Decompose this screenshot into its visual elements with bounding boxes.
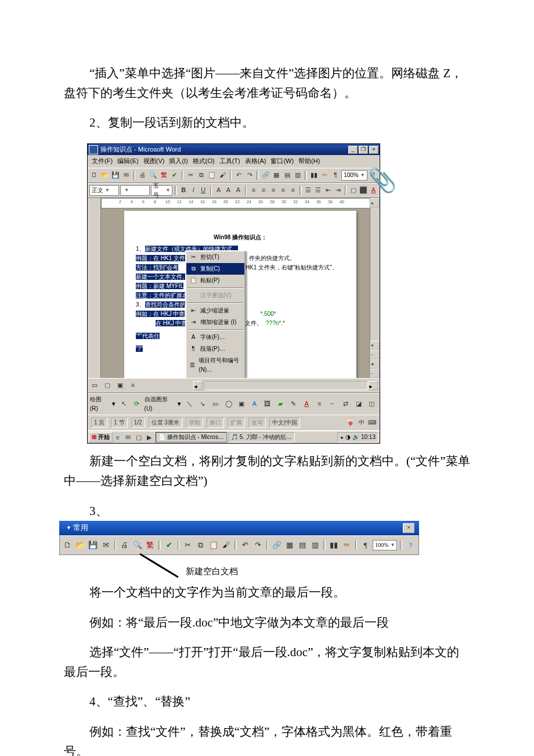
char-border-icon[interactable]: A: [224, 185, 233, 196]
system-tray[interactable]: ⬥ ◑ 🔊 10:13: [337, 432, 378, 442]
ctx-paste[interactable]: 📋粘贴(P): [186, 275, 244, 286]
context-menu[interactable]: ✂剪切(T) ⧉复制(C) 📋粘贴(P) 汉字重选(V) ⇤减少缩进量 ⇥增加缩…: [185, 250, 246, 378]
toolbar-title[interactable]: ▼ 常用 ×: [59, 521, 419, 535]
print-icon[interactable]: 🖨: [119, 538, 130, 552]
rect-icon[interactable]: ▭: [210, 398, 221, 410]
browse-object-icon[interactable]: ●: [370, 359, 380, 369]
shadow-icon[interactable]: ◪: [353, 398, 364, 410]
copy-icon[interactable]: ⧉: [197, 170, 206, 181]
mail-icon[interactable]: ✉: [100, 538, 111, 552]
bullets-icon[interactable]: ☰: [314, 185, 323, 196]
undo-icon[interactable]: ↶: [234, 170, 243, 181]
help-icon[interactable]: ?: [405, 538, 416, 552]
link-icon[interactable]: 🔗: [261, 170, 270, 181]
textbox-icon[interactable]: ▣: [236, 398, 247, 410]
font-size-select[interactable]: 五号▼: [151, 185, 172, 196]
style-select[interactable]: 正文▼: [89, 185, 119, 196]
redo-icon[interactable]: ↷: [252, 538, 264, 552]
ime-icon[interactable]: 🀄: [345, 416, 355, 429]
select-arrow-icon[interactable]: ↖: [118, 398, 129, 410]
font-color2-icon[interactable]: A: [301, 398, 312, 410]
mail-icon[interactable]: ✉: [121, 170, 131, 181]
arrow-style-icon[interactable]: ⇄: [340, 398, 351, 410]
normal-view-icon[interactable]: ▭: [89, 380, 100, 391]
quick-ie-icon[interactable]: e: [113, 432, 123, 442]
scroll-right-icon[interactable]: ▸: [369, 381, 378, 390]
print-view-icon[interactable]: ▣: [114, 380, 126, 391]
3d-icon[interactable]: ◫: [366, 398, 377, 410]
ctx-dec-indent[interactable]: ⇤减少缩进量: [186, 305, 244, 316]
menu-view[interactable]: 视图(V): [142, 156, 167, 167]
line-icon[interactable]: ＼: [184, 398, 195, 410]
align-left-icon[interactable]: ≡: [249, 185, 258, 196]
font-select[interactable]: ▼: [120, 185, 150, 196]
ctx-list[interactable]: ☰项目符号和编号(N)…: [186, 355, 244, 376]
save-icon[interactable]: 💾: [88, 538, 99, 552]
paste-icon[interactable]: 📋: [207, 170, 217, 181]
format-painter-icon[interactable]: 🖌: [218, 170, 227, 181]
menu-insert[interactable]: 插入(I): [167, 156, 189, 167]
wordart-icon[interactable]: A: [249, 398, 260, 410]
highlight-icon[interactable]: ⬛: [359, 185, 368, 196]
tray-icon[interactable]: ⬥: [340, 433, 344, 442]
draw-menu[interactable]: 绘图(R): [90, 395, 109, 413]
ime-kb-icon[interactable]: ⌨: [368, 418, 376, 427]
increase-indent-icon[interactable]: ⇥: [334, 185, 342, 196]
map-icon[interactable]: ¶: [360, 538, 371, 552]
table-grid-icon[interactable]: ▦: [272, 170, 281, 181]
insert-table-icon[interactable]: ▤: [297, 538, 308, 552]
quick-oe-icon[interactable]: ✉: [123, 432, 134, 442]
redo-icon[interactable]: ↷: [245, 170, 254, 181]
cut-icon[interactable]: ✂: [186, 170, 195, 181]
page-up-icon[interactable]: ◦: [370, 350, 380, 359]
scroll-down-icon[interactable]: ▾: [370, 341, 380, 350]
maximize-button[interactable]: ❐: [359, 146, 368, 154]
numbering-icon[interactable]: ☰: [304, 185, 313, 196]
zoom-select[interactable]: 100%▼: [341, 170, 367, 181]
format-painter-icon[interactable]: 🖌: [221, 538, 232, 552]
rotate-icon[interactable]: ⟳: [131, 398, 142, 410]
quick-desktop-icon[interactable]: ▢: [134, 432, 144, 442]
oval-icon[interactable]: ◯: [223, 398, 234, 410]
undo-icon[interactable]: ↶: [240, 538, 251, 552]
ctx-cut[interactable]: ✂剪切(T): [186, 251, 244, 263]
quick-player-icon[interactable]: ▶: [144, 432, 154, 442]
preview-icon[interactable]: 🔍: [132, 538, 143, 552]
ctx-copy[interactable]: ⧉复制(C): [186, 263, 244, 275]
preview-icon[interactable]: 🔍: [149, 170, 158, 181]
menu-window[interactable]: 窗口(W): [269, 156, 295, 167]
menu-tools[interactable]: 工具(T): [218, 156, 242, 167]
spell-icon[interactable]: ✔: [164, 538, 175, 552]
scroll-left-icon[interactable]: ◂: [193, 381, 203, 390]
toolbar-close-button[interactable]: ×: [403, 523, 414, 533]
ctx-symbols[interactable]: 符号(S)…: [186, 376, 244, 378]
paste-icon[interactable]: 📋: [208, 538, 219, 552]
border-icon[interactable]: ▢: [349, 185, 358, 196]
menu-file[interactable]: 文件(F): [90, 156, 114, 167]
open-icon[interactable]: 📂: [75, 538, 86, 552]
spell-icon[interactable]: ✔: [169, 170, 179, 181]
start-button[interactable]: ⊞ 开始: [89, 432, 113, 442]
t2s-icon[interactable]: 繁: [145, 538, 156, 552]
align-right-icon[interactable]: ≡: [269, 185, 277, 196]
decrease-indent-icon[interactable]: ⇤: [324, 185, 333, 196]
excel-icon[interactable]: ▥: [309, 538, 320, 552]
ctx-font[interactable]: A字体(F)…: [186, 332, 244, 343]
close-button[interactable]: ×: [369, 146, 378, 154]
table-grid-icon[interactable]: ▦: [284, 538, 295, 552]
scroll-up-icon[interactable]: ▴: [370, 198, 380, 207]
volume-icon[interactable]: 🔊: [352, 433, 359, 442]
excel-icon[interactable]: ▥: [293, 170, 302, 181]
line-color-icon[interactable]: ✎: [288, 398, 299, 410]
char-scale-icon[interactable]: A: [214, 185, 223, 196]
link-icon[interactable]: 🔗: [271, 538, 282, 552]
arrow-icon[interactable]: ↘: [197, 398, 208, 410]
copy-icon[interactable]: ⧉: [195, 538, 206, 552]
columns-icon[interactable]: ▮▮: [309, 170, 319, 181]
bold-icon[interactable]: B: [179, 185, 188, 196]
drawing-icon[interactable]: ✏: [320, 170, 329, 181]
web-view-icon[interactable]: ▢: [102, 380, 113, 391]
ctx-inc-indent[interactable]: ⇥增加缩进量 (I): [186, 316, 244, 328]
italic-icon[interactable]: I: [189, 185, 198, 196]
map-icon[interactable]: ¶: [331, 170, 340, 181]
